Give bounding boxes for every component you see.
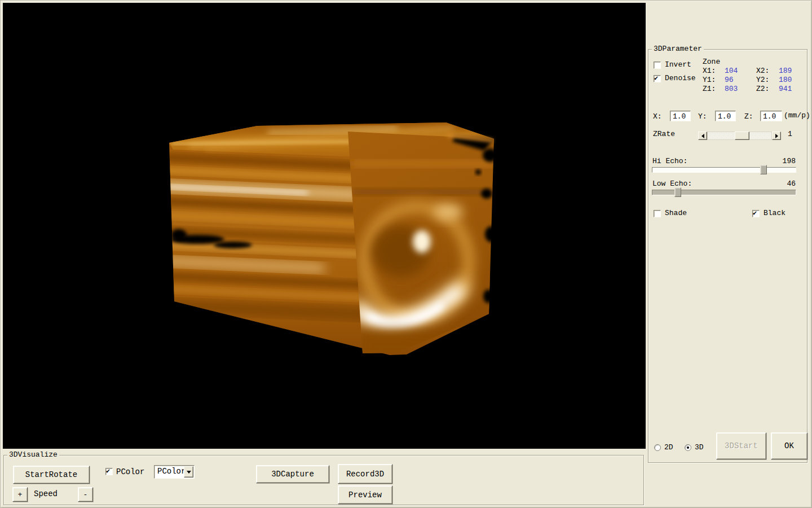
zrate-right-button[interactable] xyxy=(772,132,781,140)
zone-y1-label: Y1: xyxy=(703,76,716,85)
invert-label: Invert xyxy=(665,60,691,69)
zone-title: Zone xyxy=(703,58,720,67)
pcolor-dropdown-value: PColor xyxy=(157,467,186,476)
low-echo-thumb[interactable] xyxy=(674,187,681,197)
zone-y2-value: 180 xyxy=(779,76,792,85)
zrate-thumb[interactable] xyxy=(735,132,749,140)
zrate-label: ZRate xyxy=(653,130,675,139)
zone-y2-label: Y2: xyxy=(756,76,769,85)
zone-x2-value: 189 xyxy=(779,67,792,76)
chevron-down-icon xyxy=(187,471,191,476)
preview-button[interactable]: Preview xyxy=(338,485,392,504)
param-group-title: 3DParameter xyxy=(652,45,704,53)
pcolor-label: PColor xyxy=(116,467,144,476)
hi-echo-label: Hi Echo: xyxy=(652,157,687,166)
zone-y1-value: 96 xyxy=(725,76,734,85)
scale-z-input[interactable] xyxy=(760,111,782,121)
zrate-scrollbar[interactable] xyxy=(698,132,781,140)
low-echo-label: Low Echo: xyxy=(652,179,692,189)
mode-3d-radio[interactable] xyxy=(685,444,691,451)
mode-2d-radio[interactable] xyxy=(654,444,661,451)
scale-y-label: Y: xyxy=(698,112,707,121)
black-checkbox[interactable] xyxy=(752,210,760,217)
record3d-button[interactable]: Record3D xyxy=(338,464,392,484)
hi-echo-value: 198 xyxy=(783,157,796,166)
zone-z2-label: Z2: xyxy=(756,85,769,94)
ok-button[interactable]: OK xyxy=(771,432,807,459)
render-viewport[interactable] xyxy=(3,3,646,449)
invert-checkbox[interactable] xyxy=(654,62,661,69)
capture-button[interactable]: 3DCapture xyxy=(256,465,329,483)
zone-z2-value: 941 xyxy=(779,85,792,94)
param-group: 3DParameter Invert Denoise Zone X1: 104 … xyxy=(648,49,807,463)
mode-3d-label: 3D xyxy=(695,443,704,452)
low-echo-slider[interactable] xyxy=(652,190,796,195)
pcolor-dropdown[interactable]: PColor xyxy=(154,465,195,479)
zone-z1-value: 803 xyxy=(725,85,738,94)
zone-x1-value: 104 xyxy=(725,67,738,76)
scale-y-input[interactable] xyxy=(715,111,736,121)
scroll-right-icon xyxy=(775,134,780,138)
hi-echo-slider[interactable] xyxy=(652,167,796,173)
scale-unit-label: (mm/p) xyxy=(784,111,810,120)
denoise-label: Denoise xyxy=(665,74,696,83)
low-echo-value: 46 xyxy=(787,179,796,189)
visualize-group-title: 3DVisualize xyxy=(7,450,59,459)
speed-minus-button[interactable]: - xyxy=(78,487,93,502)
zone-x1-label: X1: xyxy=(703,67,716,76)
volume-render xyxy=(3,3,646,449)
hi-echo-thumb[interactable] xyxy=(760,165,767,174)
start3d-button[interactable]: 3DStart xyxy=(716,432,766,459)
black-label: Black xyxy=(764,209,785,218)
scale-z-label: Z: xyxy=(744,112,753,121)
app-window: 3DParameter Invert Denoise Zone X1: 104 … xyxy=(0,0,812,508)
zone-z1-label: Z1: xyxy=(703,85,716,94)
pcolor-checkbox[interactable] xyxy=(105,468,113,475)
scroll-left-icon xyxy=(699,134,704,138)
zrate-left-button[interactable] xyxy=(698,132,707,140)
zrate-value: 1 xyxy=(788,130,792,139)
speed-plus-button[interactable]: + xyxy=(12,487,28,502)
zone-x2-label: X2: xyxy=(756,67,769,76)
mode-2d-label: 2D xyxy=(664,443,673,452)
denoise-checkbox[interactable] xyxy=(654,75,661,82)
scale-x-label: X: xyxy=(653,112,662,121)
visualize-group: 3DVisualize StartRotate PColor PColor 3D… xyxy=(3,455,644,505)
pcolor-dropdown-button[interactable] xyxy=(184,466,193,478)
shade-label: Shade xyxy=(665,209,687,218)
shade-checkbox[interactable] xyxy=(654,210,661,217)
start-rotate-button[interactable]: StartRotate xyxy=(13,466,90,484)
scale-x-input[interactable] xyxy=(670,111,691,121)
speed-label: Speed xyxy=(34,489,58,498)
